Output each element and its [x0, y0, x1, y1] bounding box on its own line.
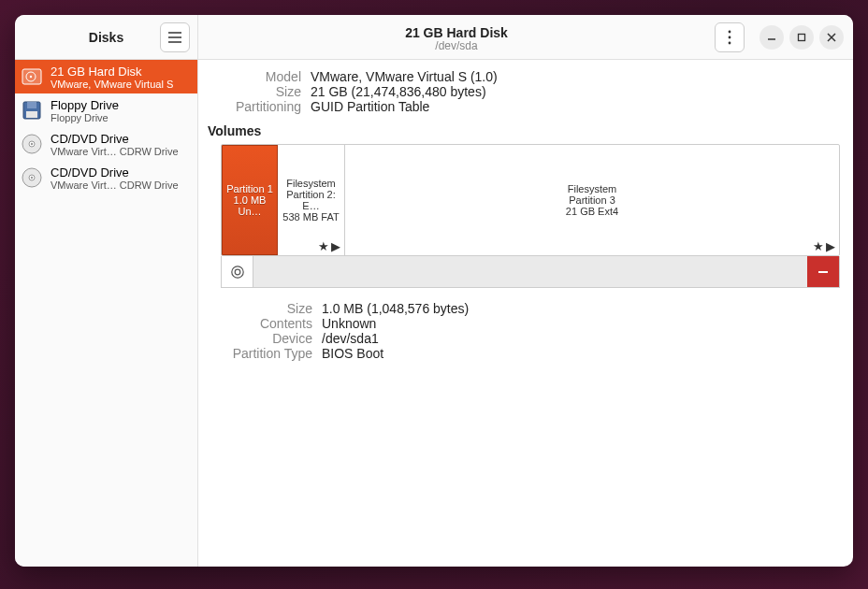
device-title: CD/DVD Drive — [51, 165, 179, 180]
close-icon — [827, 33, 836, 42]
device-item[interactable]: CD/DVD DriveVMware Virt… CDRW Drive — [15, 127, 197, 161]
partition-label-1: Filesystem — [286, 178, 336, 189]
minus-icon — [817, 266, 830, 279]
partition-options-button[interactable] — [222, 256, 253, 287]
window-title: 21 GB Hard Disk — [198, 25, 715, 40]
partition-label-3: 538 MB FAT — [282, 211, 339, 223]
ptype-label: Partition Type — [208, 346, 312, 361]
device-item[interactable]: 21 GB Hard DiskVMware, VMware Virtual S — [15, 60, 197, 93]
svg-point-1 — [729, 36, 731, 38]
svg-rect-8 — [27, 102, 36, 108]
partition-block[interactable]: Partition 11.0 MB Un… — [222, 145, 278, 255]
cd-icon — [19, 165, 45, 191]
cd-icon — [19, 131, 45, 157]
app-title: Disks — [89, 30, 123, 45]
close-button[interactable] — [819, 25, 844, 50]
device-label: Device — [208, 331, 312, 346]
device-subtitle: VMware Virt… CDRW Drive — [51, 180, 179, 191]
minimize-icon — [767, 33, 776, 42]
device-subtitle: VMware Virt… CDRW Drive — [51, 146, 179, 157]
partition-block[interactable]: FilesystemPartition 321 GB Ext4★▶ — [345, 145, 839, 255]
star-icon: ★ — [813, 239, 824, 253]
device-title: Floppy Drive — [51, 98, 119, 112]
svg-rect-3 — [799, 34, 805, 40]
delete-partition-button[interactable] — [807, 256, 839, 287]
star-icon: ★ — [318, 239, 329, 253]
partitioning-label: Partitioning — [208, 99, 301, 114]
play-icon: ▶ — [826, 239, 835, 253]
device-text: 21 GB Hard DiskVMware, VMware Virtual S — [51, 65, 173, 90]
partition-label-3: 21 GB Ext4 — [566, 206, 618, 217]
size-value: 21 GB (21,474,836,480 bytes) — [311, 84, 840, 99]
volumes-box: Partition 11.0 MB Un…FilesystemPartition… — [221, 144, 840, 256]
svg-point-17 — [235, 269, 240, 275]
svg-rect-9 — [26, 111, 37, 118]
size-label: Size — [208, 84, 301, 99]
titlebar-left: Disks — [15, 15, 198, 59]
svg-point-6 — [30, 76, 32, 78]
volumes-container: Partition 11.0 MB Un…FilesystemPartition… — [221, 144, 840, 288]
partition-indicators: ★▶ — [318, 239, 340, 253]
device-value: /dev/sda1 — [322, 331, 840, 346]
gear-icon — [230, 265, 245, 280]
model-value: VMware, VMware Virtual S (1.0) — [311, 69, 840, 84]
play-icon: ▶ — [331, 239, 340, 253]
device-item[interactable]: Floppy DriveFloppy Drive — [15, 93, 197, 127]
window-subtitle: /dev/sda — [198, 40, 715, 53]
device-item[interactable]: CD/DVD DriveVMware Virt… CDRW Drive — [15, 161, 197, 194]
partitioning-value: GUID Partition Table — [311, 99, 840, 114]
device-text: CD/DVD DriveVMware Virt… CDRW Drive — [51, 165, 179, 191]
kebab-icon — [728, 30, 731, 45]
partition-label-1: Filesystem — [568, 183, 617, 194]
partition-detail: Size 1.0 MB (1,048,576 bytes) Contents U… — [208, 301, 840, 361]
svg-point-2 — [729, 41, 731, 44]
minimize-button[interactable] — [760, 25, 784, 50]
model-label: Model — [208, 69, 301, 84]
contents-label: Contents — [208, 316, 312, 331]
floppy-icon — [19, 97, 45, 123]
maximize-button[interactable] — [789, 25, 814, 50]
partition-label-1: Partition 1 — [226, 183, 273, 194]
device-text: Floppy DriveFloppy Drive — [51, 98, 119, 123]
drive-options-button[interactable] — [715, 22, 745, 52]
partition-block[interactable]: FilesystemPartition 2: E…538 MB FAT★▶ — [278, 145, 345, 255]
ptype-value: BIOS Boot — [322, 346, 840, 361]
titlebar-right — [715, 22, 853, 52]
psize-value: 1.0 MB (1,048,576 bytes) — [322, 301, 840, 316]
svg-point-15 — [31, 177, 33, 179]
volumes-heading: Volumes — [208, 123, 840, 138]
partition-label-2: 1.0 MB Un… — [223, 194, 277, 217]
disk-info: Model VMware, VMware Virtual S (1.0) Siz… — [208, 69, 840, 114]
partition-label-2: Partition 3 — [569, 194, 615, 206]
partition-label-2: Partition 2: E… — [278, 189, 344, 211]
disks-window: Disks 21 GB Hard Disk /dev/sda 21 GB — [15, 15, 853, 567]
action-spacer — [253, 256, 807, 287]
device-title: CD/DVD Drive — [51, 132, 179, 146]
device-subtitle: Floppy Drive — [51, 112, 119, 123]
menu-button[interactable] — [160, 22, 190, 52]
titlebar: Disks 21 GB Hard Disk /dev/sda — [15, 15, 853, 60]
main-panel: Model VMware, VMware Virtual S (1.0) Siz… — [198, 60, 853, 567]
hamburger-icon — [168, 32, 181, 43]
device-title: 21 GB Hard Disk — [51, 65, 173, 79]
svg-point-16 — [231, 266, 242, 277]
device-subtitle: VMware, VMware Virtual S — [51, 79, 173, 90]
device-sidebar: 21 GB Hard DiskVMware, VMware Virtual SF… — [15, 60, 198, 567]
titlebar-center: 21 GB Hard Disk /dev/sda — [198, 22, 715, 53]
hdd-icon — [19, 64, 45, 90]
svg-point-0 — [729, 30, 731, 33]
partition-indicators: ★▶ — [813, 239, 835, 253]
volume-actions — [221, 256, 840, 288]
svg-point-12 — [31, 143, 33, 145]
device-text: CD/DVD DriveVMware Virt… CDRW Drive — [51, 132, 179, 157]
maximize-icon — [797, 33, 806, 42]
psize-label: Size — [208, 301, 312, 316]
contents-value: Unknown — [322, 316, 840, 331]
body: 21 GB Hard DiskVMware, VMware Virtual SF… — [15, 60, 853, 567]
